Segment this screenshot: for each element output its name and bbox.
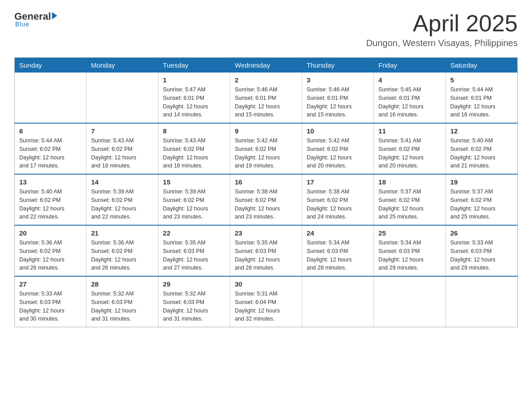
day-info: Sunrise: 5:44 AMSunset: 6:01 PMDaylight:… bbox=[450, 86, 513, 119]
day-number: 26 bbox=[450, 229, 513, 237]
logo-triangle-icon bbox=[52, 12, 57, 19]
day-number: 1 bbox=[163, 76, 225, 84]
calendar-cell: 20Sunrise: 5:36 AMSunset: 6:02 PMDayligh… bbox=[15, 225, 86, 276]
day-number: 20 bbox=[19, 229, 82, 237]
day-info: Sunrise: 5:46 AMSunset: 6:01 PMDaylight:… bbox=[235, 86, 297, 119]
day-info: Sunrise: 5:38 AMSunset: 6:02 PMDaylight:… bbox=[307, 188, 369, 221]
calendar-cell: 14Sunrise: 5:39 AMSunset: 6:02 PMDayligh… bbox=[86, 174, 158, 225]
calendar-cell bbox=[15, 73, 86, 123]
day-info: Sunrise: 5:47 AMSunset: 6:01 PMDaylight:… bbox=[163, 86, 225, 119]
location-title: Dungon, Western Visayas, Philippines bbox=[366, 38, 518, 48]
calendar-cell: 9Sunrise: 5:42 AMSunset: 6:02 PMDaylight… bbox=[230, 123, 302, 174]
day-info: Sunrise: 5:40 AMSunset: 6:02 PMDaylight:… bbox=[19, 188, 82, 221]
day-number: 28 bbox=[91, 280, 153, 288]
day-info: Sunrise: 5:40 AMSunset: 6:02 PMDaylight:… bbox=[450, 137, 513, 170]
weekday-header-sunday: Sunday bbox=[15, 58, 86, 73]
day-number: 9 bbox=[235, 127, 297, 135]
calendar-cell: 2Sunrise: 5:46 AMSunset: 6:01 PMDaylight… bbox=[230, 73, 302, 123]
calendar-cell: 4Sunrise: 5:45 AMSunset: 6:01 PMDaylight… bbox=[374, 73, 446, 123]
day-info: Sunrise: 5:43 AMSunset: 6:02 PMDaylight:… bbox=[91, 137, 153, 170]
weekday-header-monday: Monday bbox=[86, 58, 158, 73]
weekday-header-saturday: Saturday bbox=[446, 58, 517, 73]
day-info: Sunrise: 5:35 AMSunset: 6:03 PMDaylight:… bbox=[163, 239, 225, 272]
weekday-header-thursday: Thursday bbox=[302, 58, 373, 73]
day-number: 15 bbox=[163, 178, 225, 186]
calendar-cell: 6Sunrise: 5:44 AMSunset: 6:02 PMDaylight… bbox=[15, 123, 86, 174]
day-number: 18 bbox=[378, 178, 441, 186]
calendar-cell: 17Sunrise: 5:38 AMSunset: 6:02 PMDayligh… bbox=[302, 174, 373, 225]
calendar-cell: 24Sunrise: 5:34 AMSunset: 6:03 PMDayligh… bbox=[302, 225, 373, 276]
calendar-cell bbox=[302, 276, 373, 327]
day-number: 4 bbox=[378, 76, 441, 84]
calendar-cell: 21Sunrise: 5:36 AMSunset: 6:02 PMDayligh… bbox=[86, 225, 158, 276]
calendar-cell: 23Sunrise: 5:35 AMSunset: 6:03 PMDayligh… bbox=[230, 225, 302, 276]
day-info: Sunrise: 5:33 AMSunset: 6:03 PMDaylight:… bbox=[450, 239, 513, 272]
calendar-cell: 22Sunrise: 5:35 AMSunset: 6:03 PMDayligh… bbox=[158, 225, 230, 276]
weekday-header-wednesday: Wednesday bbox=[230, 58, 302, 73]
day-info: Sunrise: 5:33 AMSunset: 6:03 PMDaylight:… bbox=[19, 290, 82, 323]
day-info: Sunrise: 5:41 AMSunset: 6:02 PMDaylight:… bbox=[378, 137, 441, 170]
day-number: 23 bbox=[235, 229, 297, 237]
calendar-cell: 1Sunrise: 5:47 AMSunset: 6:01 PMDaylight… bbox=[158, 73, 230, 123]
day-number: 17 bbox=[307, 178, 369, 186]
calendar-cell: 10Sunrise: 5:42 AMSunset: 6:02 PMDayligh… bbox=[302, 123, 373, 174]
calendar-cell: 8Sunrise: 5:43 AMSunset: 6:02 PMDaylight… bbox=[158, 123, 230, 174]
calendar-cell: 3Sunrise: 5:46 AMSunset: 6:01 PMDaylight… bbox=[302, 73, 373, 123]
day-number: 8 bbox=[163, 127, 225, 135]
day-number: 11 bbox=[378, 127, 441, 135]
day-info: Sunrise: 5:39 AMSunset: 6:02 PMDaylight:… bbox=[91, 188, 153, 221]
weekday-header-friday: Friday bbox=[374, 58, 446, 73]
day-info: Sunrise: 5:44 AMSunset: 6:02 PMDaylight:… bbox=[19, 137, 82, 170]
calendar-cell: 18Sunrise: 5:37 AMSunset: 6:02 PMDayligh… bbox=[374, 174, 446, 225]
day-number: 22 bbox=[163, 229, 225, 237]
calendar-cell: 28Sunrise: 5:32 AMSunset: 6:03 PMDayligh… bbox=[86, 276, 158, 327]
day-number: 27 bbox=[19, 280, 82, 288]
weekday-header-row: SundayMondayTuesdayWednesdayThursdayFrid… bbox=[15, 58, 518, 73]
day-info: Sunrise: 5:46 AMSunset: 6:01 PMDaylight:… bbox=[307, 86, 369, 119]
day-number: 21 bbox=[91, 229, 153, 237]
day-number: 10 bbox=[307, 127, 369, 135]
day-number: 29 bbox=[163, 280, 225, 288]
month-title: April 2025 bbox=[366, 11, 518, 36]
day-info: Sunrise: 5:36 AMSunset: 6:02 PMDaylight:… bbox=[19, 239, 82, 272]
day-info: Sunrise: 5:32 AMSunset: 6:03 PMDaylight:… bbox=[91, 290, 153, 323]
week-row-3: 13Sunrise: 5:40 AMSunset: 6:02 PMDayligh… bbox=[15, 174, 518, 225]
day-number: 14 bbox=[91, 178, 153, 186]
day-number: 12 bbox=[450, 127, 513, 135]
day-info: Sunrise: 5:34 AMSunset: 6:03 PMDaylight:… bbox=[378, 239, 441, 272]
week-row-1: 1Sunrise: 5:47 AMSunset: 6:01 PMDaylight… bbox=[15, 73, 518, 123]
calendar-cell bbox=[446, 276, 517, 327]
day-info: Sunrise: 5:32 AMSunset: 6:03 PMDaylight:… bbox=[163, 290, 225, 323]
calendar-cell: 30Sunrise: 5:31 AMSunset: 6:04 PMDayligh… bbox=[230, 276, 302, 327]
day-info: Sunrise: 5:31 AMSunset: 6:04 PMDaylight:… bbox=[235, 290, 297, 323]
day-info: Sunrise: 5:42 AMSunset: 6:02 PMDaylight:… bbox=[235, 137, 297, 170]
day-info: Sunrise: 5:43 AMSunset: 6:02 PMDaylight:… bbox=[163, 137, 225, 170]
day-number: 16 bbox=[235, 178, 297, 186]
day-number: 19 bbox=[450, 178, 513, 186]
page-header: General Blue April 2025 Dungon, Western … bbox=[14, 11, 518, 48]
week-row-4: 20Sunrise: 5:36 AMSunset: 6:02 PMDayligh… bbox=[15, 225, 518, 276]
day-info: Sunrise: 5:34 AMSunset: 6:03 PMDaylight:… bbox=[307, 239, 369, 272]
calendar-cell: 12Sunrise: 5:40 AMSunset: 6:02 PMDayligh… bbox=[446, 123, 517, 174]
logo: General Blue bbox=[14, 11, 57, 28]
calendar-cell bbox=[86, 73, 158, 123]
day-number: 3 bbox=[307, 76, 369, 84]
calendar-cell bbox=[374, 276, 446, 327]
day-info: Sunrise: 5:37 AMSunset: 6:02 PMDaylight:… bbox=[450, 188, 513, 221]
weekday-header-tuesday: Tuesday bbox=[158, 58, 230, 73]
day-number: 13 bbox=[19, 178, 82, 186]
calendar-cell: 11Sunrise: 5:41 AMSunset: 6:02 PMDayligh… bbox=[374, 123, 446, 174]
day-info: Sunrise: 5:38 AMSunset: 6:02 PMDaylight:… bbox=[235, 188, 297, 221]
day-number: 2 bbox=[235, 76, 297, 84]
calendar-cell: 27Sunrise: 5:33 AMSunset: 6:03 PMDayligh… bbox=[15, 276, 86, 327]
title-block: April 2025 Dungon, Western Visayas, Phil… bbox=[366, 11, 518, 48]
calendar-cell: 26Sunrise: 5:33 AMSunset: 6:03 PMDayligh… bbox=[446, 225, 517, 276]
day-number: 24 bbox=[307, 229, 369, 237]
calendar-cell: 16Sunrise: 5:38 AMSunset: 6:02 PMDayligh… bbox=[230, 174, 302, 225]
calendar-cell: 19Sunrise: 5:37 AMSunset: 6:02 PMDayligh… bbox=[446, 174, 517, 225]
day-number: 6 bbox=[19, 127, 82, 135]
calendar-cell: 15Sunrise: 5:39 AMSunset: 6:02 PMDayligh… bbox=[158, 174, 230, 225]
day-info: Sunrise: 5:37 AMSunset: 6:02 PMDaylight:… bbox=[378, 188, 441, 221]
day-number: 5 bbox=[450, 76, 513, 84]
calendar-cell: 13Sunrise: 5:40 AMSunset: 6:02 PMDayligh… bbox=[15, 174, 86, 225]
